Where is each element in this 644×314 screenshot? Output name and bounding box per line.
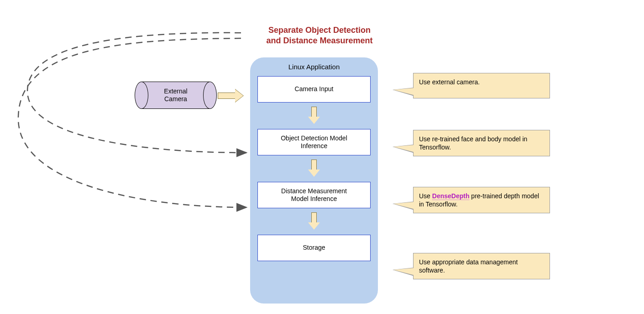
step-object-detection: Object Detection Model Inference — [257, 129, 371, 155]
callout-storage: Use appropriate data management software… — [413, 253, 550, 279]
callout-distance-pre: Use — [419, 192, 432, 200]
step-object-detection-line1: Object Detection Model — [281, 134, 347, 142]
densedepth-link[interactable]: DenseDepth — [432, 192, 470, 200]
arrow-down-2 — [257, 155, 371, 182]
external-camera-node: External Camera — [135, 82, 217, 109]
step-camera-input: Camera Input — [257, 76, 371, 103]
external-camera-label-line1: External — [164, 88, 187, 95]
step-storage-label: Storage — [303, 244, 325, 252]
title-line-1: Separate Object Detection — [268, 26, 371, 35]
step-storage: Storage — [257, 235, 371, 261]
step-camera-input-label: Camera Input — [295, 85, 334, 93]
external-camera-label-line2: Camera — [164, 95, 187, 103]
callout-storage-text: Use appropriate data management software… — [419, 258, 518, 274]
callout-camera: Use external camera. — [413, 73, 550, 98]
step-distance-measurement: Distance Measurement Model Inference — [257, 182, 371, 208]
callout-object-detection: Use re-trained face and body model in Te… — [413, 130, 550, 156]
linux-application-container: Linux Application Camera Input Object De… — [250, 57, 378, 304]
step-distance-line1: Distance Measurement — [281, 187, 347, 195]
linux-application-title: Linux Application — [257, 63, 371, 71]
diagram-title: Separate Object Detection and Distance M… — [242, 25, 397, 46]
step-distance-line2: Model Inference — [291, 195, 337, 202]
arrow-camera-to-app — [218, 89, 245, 102]
callout-camera-text: Use external camera. — [419, 78, 480, 86]
external-camera-label: External Camera — [135, 88, 217, 103]
arrow-down-3 — [257, 208, 371, 235]
callout-object-detection-text: Use re-trained face and body model in Te… — [419, 135, 527, 151]
callout-distance: Use DenseDepth pre-trained depth model i… — [413, 187, 550, 213]
title-line-2: and Distance Measurement — [266, 36, 372, 45]
arrow-down-1 — [257, 103, 371, 129]
diagram-canvas: Separate Object Detection and Distance M… — [0, 0, 644, 314]
step-object-detection-line2: Inference — [301, 142, 327, 149]
